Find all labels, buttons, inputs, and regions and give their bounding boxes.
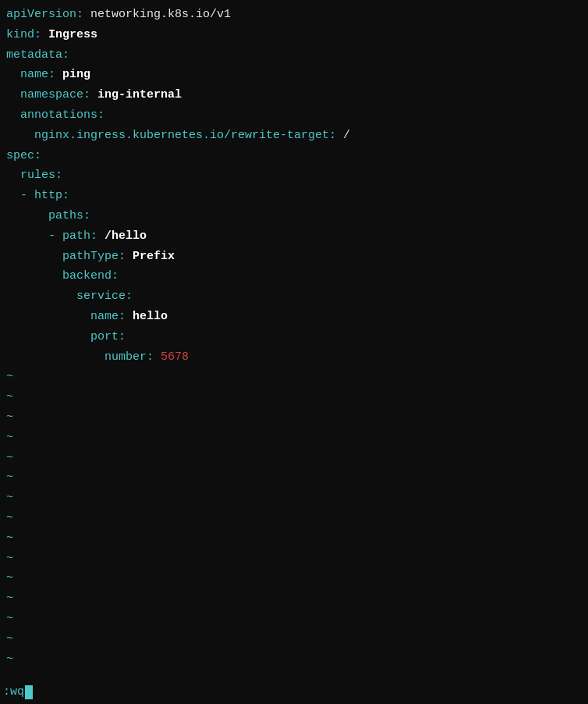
- val-number: 5678: [161, 350, 189, 364]
- tilde-8: ~: [6, 508, 582, 528]
- line-2: kind: Ingress: [6, 25, 582, 45]
- line-1: apiVersion: networking.k8s.io/v1: [6, 5, 582, 25]
- key-path: - path:: [6, 229, 104, 243]
- key-rules: rules:: [6, 169, 62, 182]
- line-8: spec:: [6, 146, 582, 166]
- key-spec: spec:: [6, 149, 41, 162]
- line-16: name: hello: [6, 307, 582, 327]
- line-12: - path: /hello: [6, 226, 582, 247]
- line-10: - http:: [6, 186, 582, 206]
- status-bar: :wq: [0, 681, 588, 704]
- code-content: apiVersion: networking.k8s.io/v1 kind: I…: [0, 5, 588, 669]
- val-svc-name: hello: [133, 310, 168, 323]
- line-6: annotations:: [6, 105, 582, 126]
- tilde-9: ~: [6, 528, 582, 549]
- tilde-10: ~: [6, 549, 582, 569]
- key-namespace: namespace:: [6, 88, 97, 101]
- line-7: nginx.ingress.kubernetes.io/rewrite-targ…: [6, 126, 582, 146]
- line-4: name: ping: [6, 65, 582, 85]
- key-pathtype: pathType:: [6, 250, 133, 263]
- val-path: /hello: [104, 229, 147, 243]
- key-http: - http:: [6, 189, 69, 202]
- key-backend: backend:: [6, 269, 119, 283]
- line-9: rules:: [6, 165, 582, 186]
- val-rewrite: /: [343, 129, 350, 142]
- key-service: service:: [6, 290, 133, 303]
- tilde-12: ~: [6, 588, 582, 609]
- tilde-5: ~: [6, 448, 582, 468]
- key-rewrite: nginx.ingress.kubernetes.io/rewrite-targ…: [6, 129, 343, 142]
- key-paths: paths:: [6, 209, 90, 222]
- line-14: backend:: [6, 266, 582, 286]
- val-pathtype: Prefix: [133, 250, 175, 263]
- val-name: ping: [62, 68, 90, 81]
- line-11: paths:: [6, 206, 582, 226]
- line-18: number: 5678: [6, 347, 582, 368]
- tilde-14: ~: [6, 629, 582, 649]
- line-15: service:: [6, 286, 582, 307]
- key-svc-name: name:: [6, 310, 133, 323]
- key-port: port:: [6, 330, 126, 343]
- tilde-6: ~: [6, 468, 582, 488]
- key-kind: kind:: [6, 28, 48, 41]
- key-metadata: metadata:: [6, 48, 69, 62]
- line-3: metadata:: [6, 45, 582, 66]
- tilde-3: ~: [6, 407, 582, 428]
- key-apiversion: apiVersion:: [6, 8, 90, 21]
- line-17: port:: [6, 327, 582, 347]
- val-kind: Ingress: [48, 28, 97, 41]
- tilde-13: ~: [6, 609, 582, 629]
- tilde-4: ~: [6, 428, 582, 448]
- line-5: namespace: ing-internal: [6, 85, 582, 105]
- cursor: [25, 685, 33, 699]
- key-name: name:: [6, 68, 62, 81]
- val-namespace: ing-internal: [97, 88, 182, 101]
- key-annotations: annotations:: [6, 108, 104, 122]
- key-number: number:: [6, 350, 161, 364]
- tilde-7: ~: [6, 488, 582, 508]
- val-apiversion: networking.k8s.io/v1: [90, 8, 231, 21]
- line-13: pathType: Prefix: [6, 247, 582, 267]
- tilde-11: ~: [6, 568, 582, 588]
- vim-editor: apiVersion: networking.k8s.io/v1 kind: I…: [0, 0, 588, 704]
- tilde-1: ~: [6, 367, 582, 387]
- command-input[interactable]: :wq: [3, 682, 24, 702]
- tilde-2: ~: [6, 387, 582, 407]
- tilde-15: ~: [6, 649, 582, 670]
